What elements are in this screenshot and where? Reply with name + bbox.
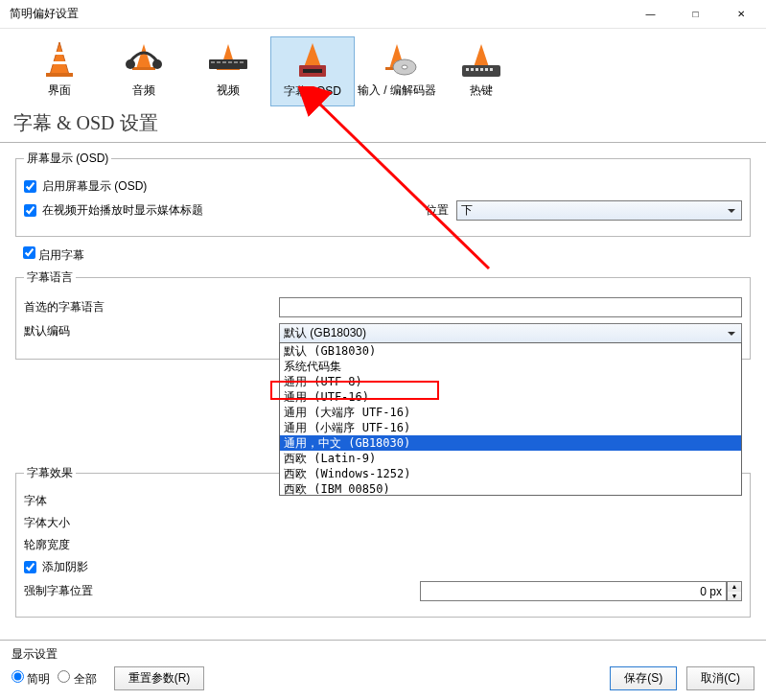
- tab-label: 音频: [102, 82, 186, 99]
- enable-osd-label: 启用屏幕显示 (OSD): [42, 178, 147, 195]
- svg-rect-20: [303, 69, 322, 73]
- svg-rect-2: [54, 52, 65, 55]
- font-label: 字体: [24, 493, 273, 509]
- tab-audio[interactable]: 音频: [102, 36, 186, 106]
- svg-marker-0: [50, 42, 69, 75]
- all-radio[interactable]: 全部: [58, 670, 96, 688]
- encoding-option[interactable]: 通用 (UTF-16): [280, 389, 741, 405]
- encoding-option[interactable]: 通用 (UTF-8): [280, 374, 741, 389]
- tab-label: 热键: [439, 82, 523, 99]
- save-button[interactable]: 保存(S): [610, 666, 677, 690]
- osd-legend: 屏幕显示 (OSD): [24, 151, 111, 167]
- encoding-dropdown-list[interactable]: 默认 (GB18030)系统代码集通用 (UTF-8)通用 (UTF-16)通用…: [279, 342, 742, 496]
- encoding-option[interactable]: 通用 (小端序 UTF-16): [280, 420, 741, 435]
- encoding-option[interactable]: 西欧 (Windows-1252): [280, 466, 741, 481]
- tab-label: 输入 / 编解码器: [355, 82, 439, 99]
- cone-film-icon: [205, 40, 251, 79]
- encoding-option[interactable]: 系统代码集: [280, 359, 741, 374]
- shadow-input[interactable]: [24, 561, 36, 573]
- encoding-option[interactable]: 西欧 (IBM 00850): [280, 481, 741, 496]
- svg-rect-11: [211, 61, 215, 63]
- svg-rect-3: [52, 61, 67, 64]
- window-controls: — □ ✕: [629, 1, 762, 28]
- footer-right: 保存(S) 取消(C): [610, 666, 754, 690]
- encoding-value: 默认 (GB18030): [284, 325, 366, 341]
- cancel-button[interactable]: 取消(C): [686, 666, 754, 690]
- show-title-input[interactable]: [24, 204, 36, 217]
- svg-rect-27: [466, 68, 469, 71]
- subtitle-language-group: 字幕语言 首选的字幕语言 默认编码 默认 (GB18030) 默认 (GB180…: [15, 269, 751, 360]
- svg-marker-4: [136, 44, 151, 69]
- svg-rect-12: [217, 61, 221, 63]
- tab-label: 界面: [17, 82, 102, 99]
- enable-osd-checkbox[interactable]: 启用屏幕显示 (OSD): [24, 178, 147, 195]
- reset-button[interactable]: 重置参数(R): [114, 666, 205, 690]
- svg-marker-25: [474, 44, 489, 67]
- enable-osd-input[interactable]: [24, 180, 36, 193]
- encoding-select[interactable]: 默认 (GB18030): [279, 323, 742, 343]
- svg-point-24: [402, 65, 407, 69]
- tab-label: 视频: [186, 82, 270, 99]
- show-title-checkbox[interactable]: 在视频开始播放时显示媒体标题: [24, 202, 203, 219]
- cone-icon: [36, 40, 82, 79]
- spinner-buttons[interactable]: ▲ ▼: [727, 581, 742, 601]
- svg-rect-31: [485, 68, 488, 71]
- tab-subtitle-osd[interactable]: 字幕 / OSD: [270, 36, 355, 106]
- cone-keyboard-icon: [458, 40, 504, 79]
- tab-hotkeys[interactable]: 热键: [439, 36, 523, 106]
- encoding-option[interactable]: 通用 (大端序 UTF-16): [280, 405, 741, 420]
- preferred-lang-label: 首选的字幕语言: [24, 299, 273, 315]
- svg-rect-30: [480, 68, 483, 71]
- enable-subtitles-input[interactable]: [23, 246, 35, 259]
- spinner-down-icon[interactable]: ▼: [728, 592, 741, 601]
- encoding-option[interactable]: 西欧 (Latin-9): [280, 451, 741, 466]
- shadow-checkbox[interactable]: 添加阴影: [24, 559, 88, 575]
- svg-rect-5: [132, 67, 155, 70]
- enable-subtitles-checkbox[interactable]: 启用字幕: [23, 248, 84, 262]
- lang-legend: 字幕语言: [24, 269, 76, 286]
- svg-rect-10: [209, 59, 247, 69]
- close-button[interactable]: ✕: [719, 1, 762, 28]
- svg-rect-14: [228, 61, 232, 63]
- tab-label: 字幕 / OSD: [271, 83, 354, 100]
- svg-rect-28: [471, 68, 474, 71]
- fontsize-label: 字体大小: [24, 515, 273, 531]
- category-tabs: 界面 音频 视频 字幕 / OSD 输入 / 编解码器 热键: [0, 29, 766, 106]
- spinner-up-icon[interactable]: ▲: [728, 582, 741, 592]
- position-label: 位置: [426, 202, 449, 219]
- svg-rect-15: [234, 61, 238, 63]
- cone-headphones-icon: [121, 40, 167, 79]
- maximize-button[interactable]: □: [674, 1, 717, 28]
- osd-group: 屏幕显示 (OSD) 启用屏幕显示 (OSD) 在视频开始播放时显示媒体标题 位…: [15, 151, 751, 237]
- tab-video[interactable]: 视频: [186, 36, 270, 106]
- outline-label: 轮廓宽度: [24, 537, 273, 553]
- footer: 显示设置 简明 全部 重置参数(R) 保存(S) 取消(C): [0, 640, 766, 700]
- svg-rect-29: [476, 68, 478, 71]
- title-bar: 简明偏好设置 — □ ✕: [0, 0, 766, 29]
- shadow-label: 添加阴影: [42, 559, 88, 575]
- tab-interface[interactable]: 界面: [17, 36, 102, 106]
- position-select[interactable]: 下: [456, 200, 742, 221]
- cone-subtitle-icon: [290, 41, 336, 80]
- tab-input-codec[interactable]: 输入 / 编解码器: [355, 36, 439, 106]
- preferred-lang-input[interactable]: [279, 297, 742, 317]
- encoding-option[interactable]: 通用，中文 (GB18030): [280, 435, 741, 451]
- encoding-label: 默认编码: [24, 323, 273, 339]
- effect-legend: 字幕效果: [24, 465, 76, 481]
- svg-rect-16: [240, 61, 244, 63]
- forcepos-input[interactable]: [420, 581, 727, 601]
- svg-rect-32: [490, 68, 493, 71]
- encoding-option[interactable]: 默认 (GB18030): [280, 343, 741, 359]
- enable-subtitles-label: 启用字幕: [38, 248, 84, 262]
- show-title-label: 在视频开始播放时显示媒体标题: [42, 202, 203, 219]
- svg-rect-1: [46, 73, 73, 77]
- footer-left: 显示设置 简明 全部 重置参数(R): [12, 646, 204, 690]
- cone-disc-icon: [374, 40, 420, 79]
- forcepos-label: 强制字幕位置: [24, 583, 273, 599]
- simple-radio[interactable]: 简明: [12, 670, 50, 688]
- position-value: 下: [461, 202, 473, 219]
- minimize-button[interactable]: —: [629, 1, 672, 28]
- page-heading: 字幕 & OSD 设置: [0, 106, 766, 143]
- window-title: 简明偏好设置: [10, 6, 79, 22]
- svg-point-6: [126, 59, 135, 69]
